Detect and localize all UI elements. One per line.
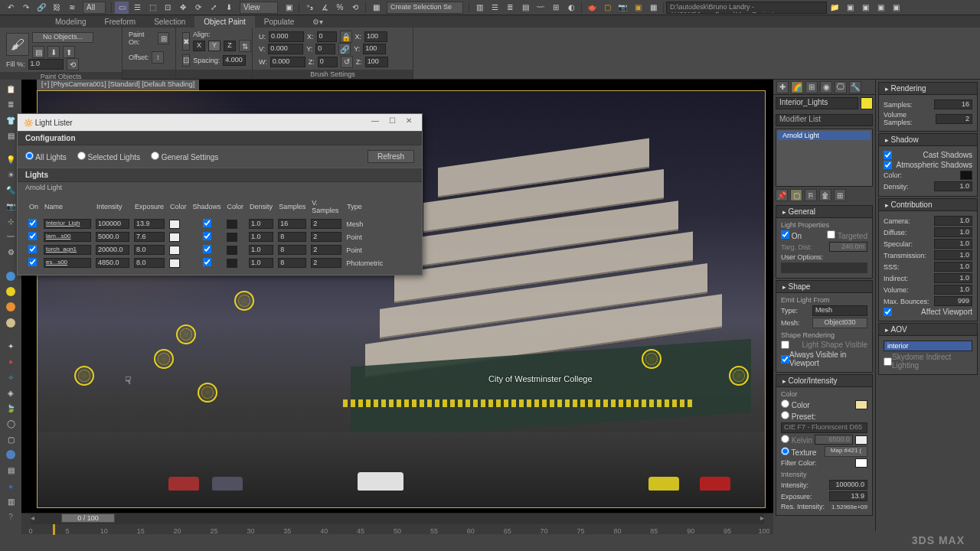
light-density-field[interactable]: 1.0: [249, 232, 273, 242]
preset-radio[interactable]: Preset:: [781, 411, 815, 421]
ry-spinner[interactable]: 0: [315, 44, 335, 54]
project-path-field[interactable]: D:\autodesk\Bruno Landry - AU2018\Jose_D…: [666, 2, 827, 14]
light-gizmo[interactable]: [198, 383, 217, 403]
fill-spinner[interactable]: 1.0: [28, 59, 64, 70]
color-swatch[interactable]: [855, 400, 867, 409]
stack-item-arnold-light[interactable]: Arnold Light: [778, 131, 871, 140]
light-color-swatch[interactable]: [169, 246, 180, 255]
scene-explorer-icon[interactable]: 📋: [3, 83, 18, 96]
pivot-icon[interactable]: ▣: [282, 2, 296, 14]
modifier-stack[interactable]: Arnold Light: [776, 129, 873, 187]
sphere-yellow-icon[interactable]: [3, 285, 18, 298]
rollout-general[interactable]: ▸ General: [776, 205, 873, 218]
tab-selection[interactable]: Selection: [145, 16, 194, 28]
always-visible-checkbox[interactable]: Always Visible in Viewport: [781, 350, 867, 367]
motion-tab-icon[interactable]: ◉: [820, 81, 832, 93]
light-shadow-color-swatch[interactable]: [227, 259, 237, 268]
light-on-checkbox[interactable]: [28, 245, 37, 253]
angle-snap-icon[interactable]: ∡: [318, 2, 332, 14]
tab-freeform[interactable]: Freeform: [96, 16, 145, 28]
light-gizmo[interactable]: [642, 349, 662, 369]
light-gizmo[interactable]: [729, 366, 749, 386]
intensity-field[interactable]: 100000.0: [829, 480, 867, 490]
light-color-swatch[interactable]: [169, 220, 180, 229]
affect-viewport-checkbox[interactable]: Affect Viewport: [884, 308, 972, 316]
shadow-density-field[interactable]: 1.0: [934, 181, 972, 191]
spinner-snap-icon[interactable]: ⟲: [348, 2, 362, 14]
viewport-label[interactable]: [+] [PhysCamera001] [Standard] [Default …: [37, 80, 199, 90]
tool-d-icon[interactable]: ◈: [3, 386, 18, 399]
light-shadow-checkbox[interactable]: [203, 245, 211, 253]
targeted-checkbox[interactable]: Targeted: [827, 230, 867, 240]
align-x-button[interactable]: X: [193, 41, 205, 51]
kelvin-radio[interactable]: Kelvin: [781, 435, 812, 445]
tool-g-icon[interactable]: ▢: [3, 433, 18, 446]
rollout-contribution[interactable]: ▸ Contribution: [878, 198, 978, 211]
tool-h-icon[interactable]: ▤: [3, 464, 18, 477]
autoback-icon-4[interactable]: ▣: [889, 2, 903, 14]
on-checkbox[interactable]: On: [781, 230, 802, 240]
sphere-blue2-icon[interactable]: [3, 448, 18, 461]
light-shadow-checkbox[interactable]: [203, 219, 211, 227]
create-tab-icon[interactable]: ✚: [776, 81, 789, 93]
u-spinner[interactable]: 0.000: [269, 31, 304, 42]
brush-settings-footer[interactable]: Brush Settings: [253, 70, 413, 79]
modify-tab-icon[interactable]: 🌈: [791, 81, 803, 93]
curve-editor-icon[interactable]: 〰: [534, 2, 547, 14]
v-spinner[interactable]: 0.000: [268, 44, 303, 54]
dialog-close-icon[interactable]: ✕: [402, 116, 416, 129]
object-name-field[interactable]: Interior_Lights: [776, 97, 858, 109]
light-vsamples-field[interactable]: 2: [311, 258, 341, 268]
offset-icon[interactable]: ↕: [152, 51, 164, 64]
layer-explorer-icon[interactable]: ≣: [3, 98, 18, 111]
align-icon[interactable]: ☰: [488, 2, 501, 14]
sphere-blue-icon[interactable]: [3, 269, 18, 282]
light-gizmo[interactable]: [154, 349, 174, 369]
ribbon-toggle-icon[interactable]: ▤: [3, 129, 18, 142]
keyframe-marker[interactable]: [53, 524, 55, 535]
mirror-icon[interactable]: ▥: [472, 2, 486, 14]
create-light-icon[interactable]: 💡: [3, 153, 18, 166]
sx-spinner[interactable]: 100: [364, 31, 387, 42]
light-name-field[interactable]: Interior_Ligh: [44, 219, 91, 229]
volume-contrib-field[interactable]: 1.0: [934, 285, 972, 295]
diffuse-contrib-field[interactable]: 1.0: [934, 227, 972, 237]
rollout-rendering[interactable]: ▸ Rendering: [878, 82, 978, 95]
brush-paint-icon[interactable]: 🖌: [6, 33, 29, 56]
crease-explorer-icon[interactable]: 👕: [3, 114, 18, 127]
spacing-icon[interactable]: ⊡: [182, 54, 190, 67]
light-samples-field[interactable]: 8: [278, 232, 306, 242]
light-samples-field[interactable]: 8: [278, 245, 306, 255]
bind-icon[interactable]: ≋: [65, 2, 79, 14]
light-shape-visible-checkbox[interactable]: Light Shape Visible: [781, 341, 867, 349]
light-name-field[interactable]: torch_agn1: [44, 245, 91, 255]
toggle-ribbon-icon[interactable]: ▤: [518, 2, 532, 14]
rollout-shadow[interactable]: ▸ Shadow: [878, 133, 978, 146]
no-objects-button[interactable]: No Objects...: [32, 32, 93, 43]
load-icon[interactable]: ⬇: [47, 46, 60, 58]
skydome-checkbox[interactable]: Skydome Indirect Lighting: [884, 353, 972, 370]
light-gizmo[interactable]: [234, 291, 254, 311]
selection-set-icon[interactable]: ▦: [369, 2, 383, 14]
light-shadow-color-swatch[interactable]: [227, 220, 237, 229]
mesh-pick-button[interactable]: Object030: [812, 318, 867, 328]
tool-j-icon[interactable]: ▥: [3, 495, 18, 508]
light-vsamples-field[interactable]: 2: [311, 219, 341, 229]
tool-e-icon[interactable]: 🍃: [3, 402, 18, 415]
align-flip-icon[interactable]: ⇅: [239, 40, 251, 52]
max-bounces-field[interactable]: 999: [934, 296, 972, 306]
slider-left-arrow[interactable]: ◂: [31, 514, 34, 522]
autoback-icon-1[interactable]: ▣: [843, 2, 857, 14]
move-icon[interactable]: ✥: [176, 2, 190, 14]
rollout-color-intensity[interactable]: ▸ Color/Intensity: [776, 374, 873, 387]
link-icon[interactable]: 🔗: [34, 2, 48, 14]
light-exposure-field[interactable]: 8.0: [134, 258, 165, 268]
light-color-swatch[interactable]: [169, 259, 180, 268]
slider-right-arrow[interactable]: ▸: [760, 514, 764, 522]
link-scale-icon[interactable]: 🔗: [338, 43, 351, 55]
sz-spinner[interactable]: 100: [365, 57, 388, 67]
light-on-checkbox[interactable]: [28, 232, 37, 240]
refresh-button[interactable]: Refresh: [368, 150, 414, 163]
remove-mod-icon[interactable]: 🗑: [819, 189, 831, 201]
modifier-list-dropdown[interactable]: Modifier List: [776, 114, 873, 126]
